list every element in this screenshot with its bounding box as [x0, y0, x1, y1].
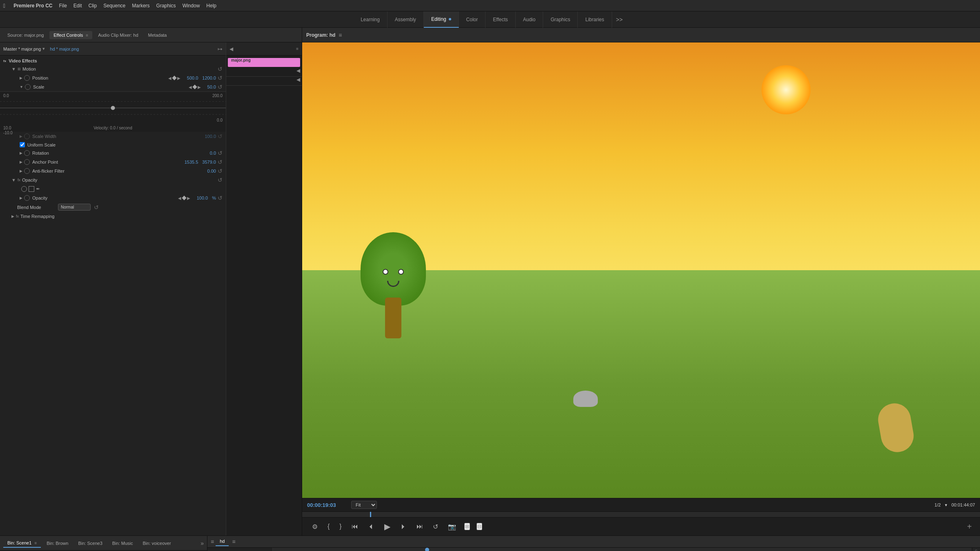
panel-tab-metadata[interactable]: Metadata	[144, 31, 171, 39]
panel-tab-audio-clip-mixer[interactable]: Audio Clip Mixer: hd	[94, 31, 142, 39]
menu-markers[interactable]: Markers	[132, 3, 149, 9]
tl-tabs-more[interactable]: ≡	[232, 538, 235, 545]
opacity-section-reset[interactable]: ↺	[218, 177, 223, 183]
source-tab-brown[interactable]: Bin: Brown	[42, 539, 72, 547]
position-kf-prev[interactable]: ◀	[168, 76, 172, 80]
tab-graphics[interactable]: Graphics	[543, 11, 578, 28]
scale-kf-next[interactable]: ▶	[198, 85, 201, 89]
rot-reset[interactable]: ↺	[218, 150, 223, 156]
motion-reset[interactable]: ↺	[218, 66, 223, 72]
menu-graphics[interactable]: Graphics	[156, 3, 176, 9]
af-toggle[interactable]: ▶	[20, 169, 22, 173]
menu-clip[interactable]: Clip	[89, 3, 97, 9]
tab-color[interactable]: Color	[459, 11, 486, 28]
opacity-circle-tool[interactable]	[21, 186, 27, 192]
opv-reset[interactable]: ↺	[218, 195, 223, 201]
scale-reset[interactable]: ↺	[218, 84, 223, 90]
rot-value[interactable]: 0.0	[210, 151, 216, 156]
monitor-btn-step-back[interactable]: ⏴	[366, 521, 376, 532]
position-y-value[interactable]: 1200.0	[202, 76, 216, 80]
opacity-number[interactable]: 100.0	[197, 196, 208, 200]
af-reset[interactable]: ↺	[218, 168, 223, 174]
timeline-tab-hd[interactable]: hd	[216, 537, 229, 546]
panel-tab-source[interactable]: Source: major.png	[3, 31, 48, 39]
tab-effects[interactable]: Effects	[486, 11, 515, 28]
scale-kf-add[interactable]	[192, 84, 197, 89]
opacity-pen-tool[interactable]: ✒	[36, 186, 42, 192]
monitor-add-btn[interactable]: +	[967, 522, 972, 531]
scale-property[interactable]: ▼ Scale ◀ ▶ 50.0 ↺	[0, 82, 226, 91]
scene1-tab-icon[interactable]: ≡	[34, 541, 37, 545]
source-tab-scene1[interactable]: Bin: Scene1 ≡	[3, 539, 41, 548]
monitor-btn-export-frame[interactable]: 📷	[446, 521, 458, 532]
time-remapping-property[interactable]: ▶ fx Time Remapping	[0, 212, 226, 221]
scale-toggle[interactable]: ▼	[20, 85, 23, 89]
op-kf-prev[interactable]: ◀	[178, 196, 181, 200]
af-value[interactable]: 0.00	[207, 169, 216, 173]
blend-mode-select[interactable]: Normal Dissolve Multiply Screen	[58, 204, 91, 211]
tl-ruler[interactable]: 00:00:00 00:00:15:00 00:00:30:00 00:00:4…	[273, 548, 972, 551]
opacity-toggle[interactable]: ▼	[11, 178, 16, 182]
master-dropdown-icon[interactable]: ▾	[42, 46, 45, 51]
op-kf-add[interactable]	[182, 196, 186, 200]
sw-toggle[interactable]: ▶	[20, 134, 22, 138]
monitor-btn-mark-in[interactable]: {	[326, 521, 331, 532]
timecode-out[interactable]: 00:01:44:07	[951, 502, 975, 507]
tab-editing[interactable]: Editing	[424, 11, 459, 28]
opacity-value-property[interactable]: ▶ Opacity ◀ ▶ 100.0 % ↺	[0, 193, 226, 202]
monitor-timecode-in[interactable]: 00:00:19:03	[307, 502, 348, 508]
menu-sequence[interactable]: Sequence	[103, 3, 125, 9]
sw-reset[interactable]: ↺	[218, 133, 223, 140]
monitor-btn-goto-start[interactable]: ⏮	[350, 521, 360, 532]
ec-pin-btn[interactable]: ↦	[218, 46, 223, 52]
opacity-square-tool[interactable]	[29, 186, 34, 192]
motion-property[interactable]: ▼ ⊞ Motion ↺	[0, 64, 226, 73]
ec-tl-menu[interactable]: ≡	[296, 47, 298, 51]
monitor-btn-insert[interactable]: ⊞	[464, 523, 470, 530]
blend-reset[interactable]: ↺	[94, 204, 99, 211]
monitor-btn-settings[interactable]: ⚙	[310, 521, 319, 532]
anc-toggle[interactable]: ▶	[20, 160, 22, 164]
op-kf-next[interactable]: ▶	[187, 196, 190, 200]
source-tabs-more[interactable]: »	[200, 540, 204, 547]
position-x-value[interactable]: 500.0	[187, 76, 198, 80]
scale-value[interactable]: 50.0	[207, 84, 216, 89]
motion-toggle[interactable]: ▼	[11, 67, 16, 71]
menu-help[interactable]: Help	[206, 3, 216, 9]
tab-audio[interactable]: Audio	[516, 11, 543, 28]
position-reset[interactable]: ↺	[218, 75, 223, 81]
monitor-btn-overwrite[interactable]: ⊟	[477, 523, 482, 530]
scrub-playhead[interactable]	[370, 512, 371, 517]
ec-scale-kf-right[interactable]: ◀	[296, 77, 300, 82]
uniform-scale-checkbox[interactable]	[20, 142, 25, 147]
rotation-property[interactable]: ▶ Rotation 0.0 ↺	[0, 149, 226, 158]
opv-toggle[interactable]: ▶	[20, 196, 22, 200]
anti-flicker-property[interactable]: ▶ Anti-flicker Filter 0.00 ↺	[0, 167, 226, 176]
tab-assembly[interactable]: Assembly	[388, 11, 424, 28]
tab-learning[interactable]: Learning	[353, 11, 388, 28]
workspace-more-btn[interactable]: >>	[612, 16, 627, 23]
monitor-btn-goto-end[interactable]: ⏭	[415, 521, 425, 532]
dropdown-icon[interactable]: ▾	[945, 502, 947, 508]
panel-tab-effect-controls[interactable]: Effect Controls ≡	[49, 31, 92, 39]
tab-libraries[interactable]: Libraries	[578, 11, 612, 28]
monitor-btn-mark-out[interactable]: }	[338, 521, 343, 532]
opacity-section[interactable]: ▼ fx Opacity ↺	[0, 176, 226, 184]
ec-position-kf-right[interactable]: ◀	[296, 68, 300, 73]
menu-file[interactable]: File	[59, 3, 67, 9]
scale-kf-prev[interactable]: ◀	[189, 85, 192, 89]
ec-tl-arrow-left[interactable]: ◀	[229, 46, 233, 52]
anc-reset[interactable]: ↺	[218, 159, 223, 165]
monitor-btn-play[interactable]: ▶	[383, 520, 392, 533]
monitor-video[interactable]	[302, 42, 980, 498]
monitor-menu-icon[interactable]: ≡	[339, 32, 342, 38]
rot-toggle[interactable]: ▶	[20, 151, 22, 155]
anchor-property[interactable]: ▶ Anchor Point 1535.5 3579.0 ↺	[0, 158, 226, 167]
monitor-scrub-bar[interactable]	[302, 512, 980, 518]
source-tab-music[interactable]: Bin: Music	[108, 539, 137, 547]
position-kf-next[interactable]: ▶	[177, 76, 180, 80]
sw-value[interactable]: 100.0	[205, 134, 216, 139]
position-kf-add[interactable]	[172, 76, 176, 80]
position-toggle[interactable]: ▶	[20, 76, 22, 80]
uniform-scale-row[interactable]: Uniform Scale	[0, 141, 226, 149]
